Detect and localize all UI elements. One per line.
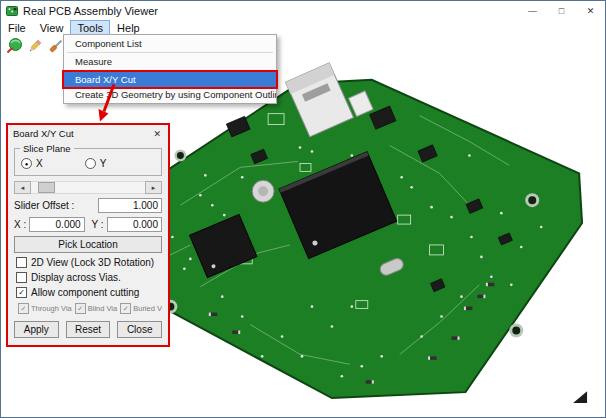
dialog-titlebar[interactable]: Board X/Y Cut ✕ bbox=[8, 125, 168, 141]
checkbox-2d-view[interactable]: 2D View (Lock 3D Rotation) bbox=[16, 257, 160, 268]
checkbox-blind-via-box: ✓ bbox=[75, 303, 86, 314]
slider-track[interactable] bbox=[31, 181, 145, 194]
close-button[interactable]: Close bbox=[117, 321, 162, 338]
slider-thumb[interactable] bbox=[38, 182, 55, 193]
app-window: Real PCB Assembly Viewer — □ ✕ File View… bbox=[0, 0, 606, 418]
menu-item-create-3d-geometry[interactable]: Create 3D Geometry by using Component Ou… bbox=[64, 87, 276, 102]
y-input[interactable]: 0.000 bbox=[107, 217, 162, 232]
checkbox-display-across-vias[interactable]: Display across Vias. bbox=[16, 272, 160, 283]
checkbox-through-via-mark: ✓ bbox=[21, 305, 27, 312]
pencil-tool-icon[interactable] bbox=[26, 37, 44, 55]
checkbox-blind-via-mark: ✓ bbox=[77, 305, 83, 312]
tools-menu: Component List Measure Board X/Y Cut Cre… bbox=[63, 34, 277, 104]
checkbox-through-via-box: ✓ bbox=[18, 303, 29, 314]
slice-plane-label: Slice Plane bbox=[20, 143, 74, 154]
radio-x-label: X bbox=[36, 158, 43, 169]
pick-location-button[interactable]: Pick Location bbox=[14, 236, 162, 253]
apply-button[interactable]: Apply bbox=[14, 321, 59, 338]
slider-left-arrow[interactable]: ◄ bbox=[14, 181, 31, 194]
window-title: Real PCB Assembly Viewer bbox=[23, 5, 518, 17]
menu-file[interactable]: File bbox=[1, 20, 33, 35]
checkbox-allow-component-cutting-box[interactable]: ✓ bbox=[16, 287, 27, 298]
radio-y-label: Y bbox=[100, 158, 107, 169]
checkbox-2d-view-box[interactable] bbox=[16, 257, 27, 268]
push-button bbox=[252, 180, 274, 202]
reset-button[interactable]: Reset bbox=[66, 321, 111, 338]
corner-triangle bbox=[573, 391, 587, 403]
menu-separator bbox=[67, 70, 273, 71]
title-bar[interactable]: Real PCB Assembly Viewer — □ ✕ bbox=[1, 1, 605, 20]
x-label: X : bbox=[14, 219, 26, 230]
radio-x-dot: ● bbox=[25, 161, 29, 167]
checkbox-display-across-vias-box[interactable] bbox=[16, 272, 27, 283]
coords-row: X : 0.000 Y : 0.000 bbox=[14, 217, 162, 232]
dialog-title: Board X/Y Cut bbox=[13, 128, 151, 139]
maximize-button[interactable]: □ bbox=[547, 1, 576, 20]
dialog-button-row: Apply Reset Close bbox=[14, 321, 162, 338]
menu-item-component-list[interactable]: Component List bbox=[64, 36, 276, 51]
annotation-dialog-highlight: Board X/Y Cut ✕ Slice Plane ● X Y ◄ bbox=[6, 123, 170, 347]
radio-y-circle bbox=[85, 158, 96, 169]
menu-bar: File View Tools Help bbox=[1, 20, 605, 35]
checkbox-buried-via-label: Buried Via bbox=[133, 304, 162, 313]
slice-offset-slider[interactable]: ◄ ► bbox=[14, 181, 162, 194]
menu-item-board-xy-cut[interactable]: Board X/Y Cut bbox=[64, 72, 276, 87]
slice-plane-group: Slice Plane ● X Y bbox=[14, 148, 162, 176]
checkbox-through-via: ✓ Through Via bbox=[18, 303, 72, 314]
close-window-button[interactable]: ✕ bbox=[576, 1, 605, 20]
via-checkbox-row: ✓ Through Via ✓ Blind Via ✓ Buried Via bbox=[18, 303, 162, 314]
checkbox-buried-via-mark: ✓ bbox=[123, 305, 129, 312]
slider-right-arrow[interactable]: ► bbox=[145, 181, 162, 194]
checkbox-allow-component-cutting[interactable]: ✓ Allow component cutting bbox=[16, 287, 160, 298]
board-xy-cut-dialog: Board X/Y Cut ✕ Slice Plane ● X Y ◄ bbox=[8, 125, 168, 345]
slider-offset-label: Slider Offset : bbox=[14, 200, 95, 211]
radio-y[interactable]: Y bbox=[85, 158, 107, 169]
checkbox-display-across-vias-label: Display across Vias. bbox=[31, 272, 121, 283]
import-model-icon[interactable] bbox=[5, 37, 23, 55]
menu-item-measure[interactable]: Measure bbox=[64, 54, 276, 69]
checkbox-2d-view-label: 2D View (Lock 3D Rotation) bbox=[31, 257, 154, 268]
slider-offset-row: Slider Offset : 1.000 bbox=[14, 198, 162, 213]
menu-tools[interactable]: Tools bbox=[70, 20, 110, 35]
checkbox-buried-via-box: ✓ bbox=[120, 303, 131, 314]
checkbox-buried-via: ✓ Buried Via bbox=[120, 303, 162, 314]
checkbox-blind-via-label: Blind Via bbox=[88, 304, 117, 313]
app-icon bbox=[6, 5, 18, 17]
radio-x-circle: ● bbox=[21, 158, 32, 169]
menu-view[interactable]: View bbox=[33, 20, 71, 35]
checkbox-allow-component-cutting-mark: ✓ bbox=[18, 289, 25, 297]
x-input[interactable]: 0.000 bbox=[29, 217, 84, 232]
menu-help[interactable]: Help bbox=[110, 20, 147, 35]
checkbox-through-via-label: Through Via bbox=[31, 304, 72, 313]
y-label: Y : bbox=[92, 219, 104, 230]
slice-plane-options: ● X Y bbox=[21, 158, 155, 169]
slider-offset-input[interactable]: 1.000 bbox=[98, 198, 162, 213]
menu-separator bbox=[67, 52, 273, 53]
checkbox-allow-component-cutting-label: Allow component cutting bbox=[31, 287, 139, 298]
window-controls: — □ ✕ bbox=[518, 1, 605, 20]
minimize-button[interactable]: — bbox=[518, 1, 547, 20]
radio-x[interactable]: ● X bbox=[21, 158, 43, 169]
checkbox-blind-via: ✓ Blind Via bbox=[75, 303, 117, 314]
dialog-close-icon[interactable]: ✕ bbox=[151, 129, 163, 139]
